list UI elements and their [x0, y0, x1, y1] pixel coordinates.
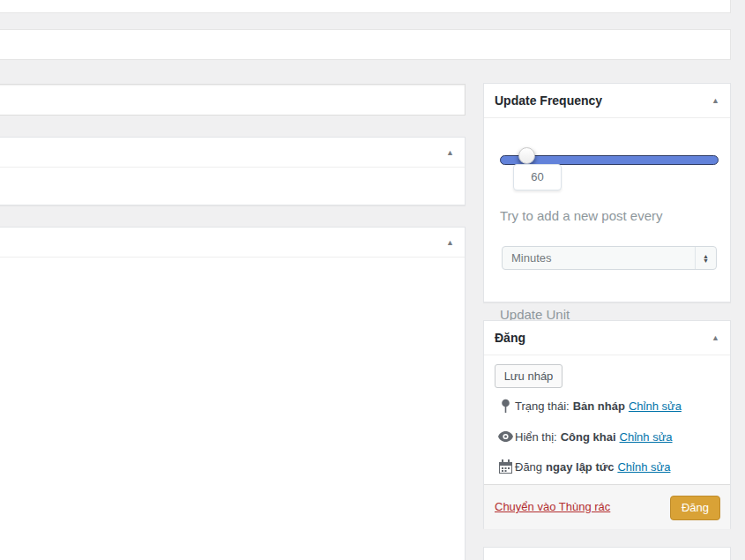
calendar-icon: [495, 459, 515, 474]
visibility-value: Công khai: [561, 430, 616, 444]
categories-header[interactable]: Danh mục: [484, 548, 730, 560]
schedule-row: Đăng ngay lập tức Chỉnh sửa: [495, 459, 670, 474]
publish-footer: Chuyển vào Thùng rác Đăng: [484, 484, 730, 529]
publish-panel: Đăng ▲ Lưu nháp Trạng thái: Bản nháp Chỉ…: [483, 320, 731, 528]
collapse-toggle-icon[interactable]: ▲: [446, 148, 454, 156]
visibility-label: Hiển thị:: [515, 430, 557, 444]
collapse-toggle-icon[interactable]: ▲: [446, 238, 454, 246]
status-value: Bản nháp: [573, 399, 625, 413]
update-frequency-panel: Update Frequency ▲ Try to add a new post…: [483, 83, 731, 302]
publish-header[interactable]: Đăng ▲: [484, 321, 730, 355]
collapse-toggle-icon[interactable]: ▲: [711, 97, 719, 105]
status-row: Trạng thái: Bản nháp Chỉnh sửa: [495, 398, 682, 414]
schedule-label: Đăng: [515, 460, 542, 474]
select-spinner-icon[interactable]: ▲ ▼: [695, 247, 716, 269]
categories-panel: Danh mục: [483, 547, 731, 560]
left-metabox-header[interactable]: ▲: [0, 138, 465, 168]
edit-status-link[interactable]: Chỉnh sửa: [629, 399, 682, 413]
left-content-metabox: ▲: [0, 227, 466, 560]
update-unit-selected-value: Minutes: [511, 247, 552, 269]
collapse-toggle-icon[interactable]: ▲: [711, 334, 719, 342]
status-label: Trạng thái:: [515, 399, 570, 413]
move-to-trash-link[interactable]: Chuyển vào Thùng rác: [495, 500, 610, 513]
slider-label: Try to add a new post every: [500, 208, 663, 223]
notice-bar: [0, 29, 731, 60]
update-frequency-title: Update Frequency: [495, 93, 602, 108]
visibility-row: Hiển thị: Công khai Chỉnh sửa: [495, 429, 673, 444]
left-metabox-collapsed: ▲: [0, 137, 466, 205]
left-content-metabox-header[interactable]: ▲: [0, 228, 465, 258]
schedule-value: ngay lập tức: [546, 460, 614, 474]
edit-schedule-link[interactable]: Chỉnh sửa: [617, 460, 670, 474]
top-toolbar-strip: [0, 0, 731, 13]
update-unit-select[interactable]: Minutes ▲ ▼: [502, 246, 717, 270]
edit-visibility-link[interactable]: Chỉnh sửa: [620, 430, 673, 444]
spinner-down-icon: ▼: [703, 258, 709, 263]
frequency-value-input[interactable]: 60: [513, 164, 562, 190]
eye-icon: [495, 431, 515, 442]
publish-title: Đăng: [495, 331, 525, 345]
pin-icon: [495, 399, 515, 414]
publish-button[interactable]: Đăng: [670, 496, 720, 520]
update-frequency-header[interactable]: Update Frequency ▲: [484, 84, 730, 118]
save-draft-button[interactable]: Lưu nháp: [495, 364, 562, 388]
frequency-slider-handle[interactable]: [518, 147, 535, 164]
post-title-input[interactable]: [0, 84, 466, 116]
